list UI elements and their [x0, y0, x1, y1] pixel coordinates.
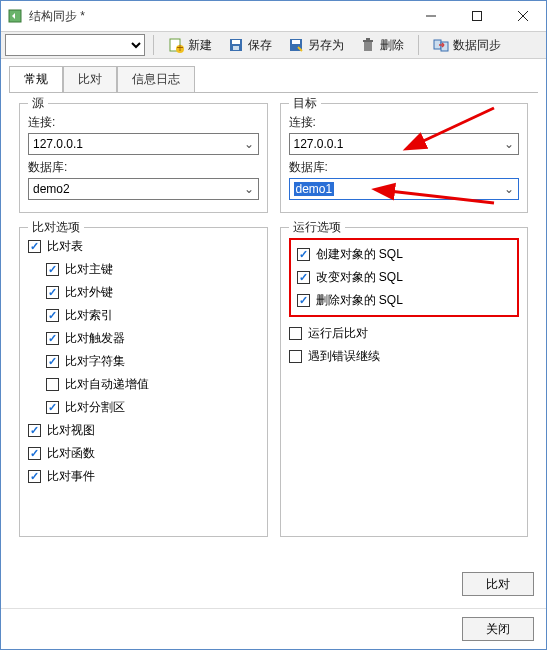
- compare-option-row[interactable]: 比对主键: [28, 261, 259, 278]
- svg-rect-15: [366, 38, 370, 40]
- titlebar: 结构同步 *: [1, 1, 546, 31]
- tab-strip: 常规 比对 信息日志: [1, 59, 546, 92]
- checkbox[interactable]: [289, 327, 302, 340]
- checkbox[interactable]: [297, 271, 310, 284]
- target-connection-label: 连接:: [289, 114, 520, 131]
- svg-rect-10: [233, 46, 239, 50]
- svg-rect-12: [292, 40, 300, 44]
- compare-option-row[interactable]: 比对外键: [28, 284, 259, 301]
- compare-option-label: 比对主键: [65, 261, 113, 278]
- run-option-row[interactable]: 删除对象的 SQL: [297, 292, 512, 309]
- run-option-row[interactable]: 创建对象的 SQL: [297, 246, 512, 263]
- target-connection-select[interactable]: 127.0.0.1 ⌄: [289, 133, 520, 155]
- save-icon: [228, 37, 244, 53]
- checkbox[interactable]: [46, 286, 59, 299]
- sync-icon: [433, 37, 449, 53]
- svg-rect-9: [232, 40, 240, 44]
- compare-option-label: 比对函数: [47, 445, 95, 462]
- chevron-down-icon: ⌄: [504, 182, 514, 196]
- compare-option-row[interactable]: 比对表: [28, 238, 259, 255]
- compare-option-row[interactable]: 比对触发器: [28, 330, 259, 347]
- checkbox[interactable]: [46, 378, 59, 391]
- run-option-label: 运行后比对: [308, 325, 368, 342]
- save-as-icon: [288, 37, 304, 53]
- minimize-button[interactable]: [408, 1, 454, 31]
- compare-option-row[interactable]: 比对自动递增值: [28, 376, 259, 393]
- window-buttons: [408, 1, 546, 31]
- tab-log[interactable]: 信息日志: [117, 66, 195, 93]
- checkbox[interactable]: [28, 447, 41, 460]
- svg-rect-13: [364, 42, 372, 51]
- profile-select[interactable]: [5, 34, 145, 56]
- compare-option-label: 比对视图: [47, 422, 95, 439]
- compare-option-label: 比对分割区: [65, 399, 125, 416]
- source-connection-value: 127.0.0.1: [33, 137, 83, 151]
- compare-option-row[interactable]: 比对索引: [28, 307, 259, 324]
- compare-option-row[interactable]: 比对事件: [28, 468, 259, 485]
- maximize-button[interactable]: [454, 1, 500, 31]
- chevron-down-icon: ⌄: [244, 137, 254, 151]
- close-dialog-button[interactable]: 关闭: [462, 617, 534, 641]
- tab-general[interactable]: 常规: [9, 66, 63, 93]
- close-button[interactable]: [500, 1, 546, 31]
- source-database-select[interactable]: demo2 ⌄: [28, 178, 259, 200]
- run-option-label: 遇到错误继续: [308, 348, 380, 365]
- save-label: 保存: [248, 37, 272, 54]
- compare-options-title: 比对选项: [28, 219, 84, 236]
- target-database-select[interactable]: demo1 ⌄: [289, 178, 520, 200]
- checkbox[interactable]: [28, 424, 41, 437]
- chevron-down-icon: ⌄: [244, 182, 254, 196]
- checkbox[interactable]: [46, 309, 59, 322]
- data-sync-button[interactable]: 数据同步: [427, 35, 507, 56]
- toolbar-separator: [418, 35, 419, 55]
- compare-option-row[interactable]: 比对字符集: [28, 353, 259, 370]
- compare-option-row[interactable]: 比对视图: [28, 422, 259, 439]
- delete-label: 删除: [380, 37, 404, 54]
- run-options-group: 运行选项 创建对象的 SQL改变对象的 SQL删除对象的 SQL 运行后比对遇到…: [280, 227, 529, 537]
- checkbox[interactable]: [46, 401, 59, 414]
- checkbox[interactable]: [28, 240, 41, 253]
- run-option-label: 创建对象的 SQL: [316, 246, 403, 263]
- source-database-label: 数据库:: [28, 159, 259, 176]
- source-connection-select[interactable]: 127.0.0.1 ⌄: [28, 133, 259, 155]
- target-group: 目标 连接: 127.0.0.1 ⌄ 数据库: demo1 ⌄: [280, 103, 529, 213]
- save-as-button[interactable]: 另存为: [282, 35, 350, 56]
- compare-options-group: 比对选项 比对表比对主键比对外键比对索引比对触发器比对字符集比对自动递增值比对分…: [19, 227, 268, 537]
- run-options-highlight-box: 创建对象的 SQL改变对象的 SQL删除对象的 SQL: [289, 238, 520, 317]
- new-label: 新建: [188, 37, 212, 54]
- save-button[interactable]: 保存: [222, 35, 278, 56]
- checkbox[interactable]: [46, 263, 59, 276]
- checkbox[interactable]: [289, 350, 302, 363]
- run-option-label: 删除对象的 SQL: [316, 292, 403, 309]
- compare-option-label: 比对字符集: [65, 353, 125, 370]
- new-button[interactable]: + 新建: [162, 35, 218, 56]
- compare-option-row[interactable]: 比对函数: [28, 445, 259, 462]
- checkbox[interactable]: [297, 248, 310, 261]
- compare-button[interactable]: 比对: [462, 572, 534, 596]
- run-option-row[interactable]: 改变对象的 SQL: [297, 269, 512, 286]
- toolbar-separator: [153, 35, 154, 55]
- compare-option-label: 比对外键: [65, 284, 113, 301]
- svg-text:+: +: [176, 41, 183, 53]
- compare-option-label: 比对表: [47, 238, 83, 255]
- run-option-row[interactable]: 遇到错误继续: [289, 348, 520, 365]
- compare-option-label: 比对自动递增值: [65, 376, 149, 393]
- checkbox[interactable]: [46, 332, 59, 345]
- svg-rect-2: [473, 12, 482, 21]
- tab-compare[interactable]: 比对: [63, 66, 117, 93]
- delete-icon: [360, 37, 376, 53]
- target-database-label: 数据库:: [289, 159, 520, 176]
- checkbox[interactable]: [46, 355, 59, 368]
- compare-option-label: 比对触发器: [65, 330, 125, 347]
- compare-option-label: 比对事件: [47, 468, 95, 485]
- checkbox[interactable]: [28, 470, 41, 483]
- svg-rect-14: [363, 40, 373, 42]
- source-database-value: demo2: [33, 182, 70, 196]
- delete-button[interactable]: 删除: [354, 35, 410, 56]
- compare-option-label: 比对索引: [65, 307, 113, 324]
- compare-option-row[interactable]: 比对分割区: [28, 399, 259, 416]
- run-option-row[interactable]: 运行后比对: [289, 325, 520, 342]
- sync-label: 数据同步: [453, 37, 501, 54]
- chevron-down-icon: ⌄: [504, 137, 514, 151]
- checkbox[interactable]: [297, 294, 310, 307]
